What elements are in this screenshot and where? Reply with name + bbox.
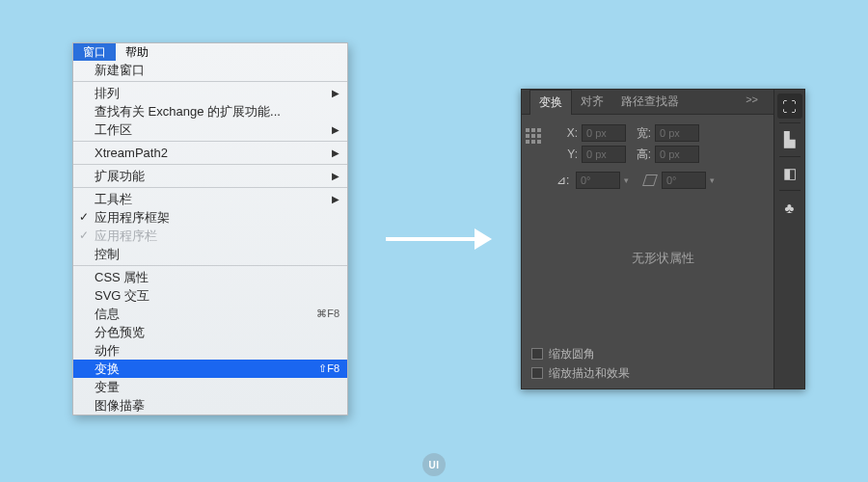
tab-pathfinder[interactable]: 路径查找器: [612, 90, 688, 114]
dock-pathfinder-icon[interactable]: ◧: [777, 161, 802, 186]
cb-scale-strokes[interactable]: 缩放描边和效果: [522, 363, 770, 383]
y-label: Y:: [556, 147, 578, 161]
w-input[interactable]: 0 px: [655, 124, 699, 142]
menu-toolbar[interactable]: 工具栏 ▶: [73, 190, 347, 208]
menu-item-label: 信息: [95, 306, 309, 323]
menu-image-trace[interactable]: 图像描摹: [73, 396, 347, 415]
menu-svg-interact[interactable]: SVG 交互: [73, 286, 347, 305]
no-shape-label: 无形状属性: [528, 250, 799, 267]
menu-bar-help[interactable]: 帮助: [116, 43, 158, 61]
shortcut-label: ⇧F8: [311, 362, 339, 375]
checkbox-icon: [531, 348, 543, 360]
menu-item-label: SVG 交互: [95, 287, 339, 305]
menu-item-label: 工作区: [95, 121, 324, 139]
menu-bar-window[interactable]: 窗口: [73, 43, 116, 61]
menu-item-label: 分色预览: [95, 324, 339, 341]
menu-item-label: 扩展功能: [95, 168, 324, 185]
divider: [779, 156, 800, 157]
divider: [779, 122, 800, 123]
menu-item-label: 动作: [95, 342, 339, 360]
check-icon: ✓: [79, 228, 89, 242]
shear-dropdown-icon[interactable]: ▾: [710, 175, 715, 185]
menu-actions[interactable]: 动作: [73, 341, 347, 360]
row-x-w: X: 0 px 宽: 0 px: [556, 122, 799, 144]
scale-options: 缩放圆角 缩放描边和效果: [522, 344, 770, 383]
dock-symbols-icon[interactable]: ♣: [777, 195, 802, 220]
menu-item-label: 查找有关 Exchange 的扩展功能...: [95, 103, 339, 120]
tab-align[interactable]: 对齐: [572, 90, 612, 114]
menu-variables[interactable]: 变量: [73, 378, 347, 396]
x-input[interactable]: 0 px: [582, 124, 626, 142]
menu-item-label: 工具栏: [95, 191, 324, 208]
dock-align-icon[interactable]: ▙: [777, 127, 802, 152]
submenu-arrow-icon: ▶: [324, 124, 339, 135]
divider: [73, 265, 347, 266]
cb-scale-corners[interactable]: 缩放圆角: [522, 344, 770, 363]
menu-item-label: 应用程序框架: [95, 209, 339, 227]
menu-transform[interactable]: 变换 ⇧F8: [73, 360, 347, 378]
angle-label: ⊿:: [556, 174, 570, 187]
menu-css-props[interactable]: CSS 属性: [73, 268, 347, 286]
shear-icon: [642, 174, 658, 186]
menu-item-label: 图像描摹: [95, 397, 339, 415]
menu-arrange[interactable]: 排列 ▶: [73, 84, 347, 102]
window-menu-dropdown: 窗口 帮助 新建窗口 排列 ▶ 查找有关 Exchange 的扩展功能... 工…: [72, 42, 348, 415]
check-icon: ✓: [79, 210, 89, 224]
cb-label: 缩放描边和效果: [549, 365, 630, 382]
arrow-shaft: [386, 237, 475, 241]
menu-separation-preview[interactable]: 分色预览: [73, 323, 347, 341]
panel-dock: ⛶ ▙ ◧ ♣: [773, 90, 804, 388]
menu-item-label: 控制: [95, 246, 339, 263]
menu-new-window[interactable]: 新建窗口: [73, 61, 347, 79]
menu-item-label: XtreamPath2: [95, 146, 324, 160]
menu-item-label: 新建窗口: [95, 62, 339, 79]
menu-item-label: CSS 属性: [95, 269, 339, 286]
menu-bar: 窗口 帮助: [73, 43, 347, 61]
divider: [779, 190, 800, 191]
transform-panel: 变换 对齐 路径查找器 >> | ≡ X: 0 px 宽: 0 px Y: 0 …: [521, 89, 805, 389]
menu-extensions[interactable]: 扩展功能 ▶: [73, 167, 347, 185]
tab-transform[interactable]: 变换: [529, 90, 572, 115]
arrow-indicator: [386, 229, 492, 249]
h-input[interactable]: 0 px: [655, 146, 699, 163]
dock-artboard-icon[interactable]: ⛶: [777, 94, 802, 119]
menu-app-frame[interactable]: ✓ 应用程序框架: [73, 208, 347, 227]
arrow-head-icon: [475, 228, 492, 250]
divider: [73, 141, 347, 142]
tabs-overflow-icon[interactable]: >>: [746, 94, 758, 105]
angle-input[interactable]: 0°: [576, 172, 620, 189]
shear-input[interactable]: 0°: [662, 172, 706, 189]
y-input[interactable]: 0 px: [582, 146, 626, 163]
menu-workspace[interactable]: 工作区 ▶: [73, 120, 347, 139]
cb-label: 缩放圆角: [549, 346, 595, 362]
transform-form: X: 0 px 宽: 0 px Y: 0 px 高: 0 px ⛓ ⊿: 0° …: [522, 115, 804, 267]
shortcut-label: ⌘F8: [309, 308, 339, 320]
panel-tabs: 变换 对齐 路径查找器 >> | ≡: [522, 90, 804, 115]
menu-item-label: 变量: [95, 379, 339, 396]
menu-find-extensions[interactable]: 查找有关 Exchange 的扩展功能...: [73, 102, 347, 120]
row-y-h: Y: 0 px 高: 0 px: [556, 144, 799, 165]
divider: [73, 81, 347, 82]
submenu-arrow-icon: ▶: [324, 194, 339, 204]
checkbox-icon: [531, 367, 543, 379]
menu-app-bar: ✓ 应用程序栏: [73, 227, 347, 245]
menu-item-label: 应用程序栏: [95, 228, 339, 245]
submenu-arrow-icon: ▶: [324, 171, 339, 181]
angle-dropdown-icon[interactable]: ▾: [624, 175, 629, 185]
divider: [73, 187, 347, 188]
divider: [73, 164, 347, 165]
menu-control[interactable]: 控制: [73, 245, 347, 263]
menu-info[interactable]: 信息 ⌘F8: [73, 305, 347, 323]
row-angle-shear: ⊿: 0° ▾ 0° ▾: [556, 169, 799, 192]
reference-point-picker[interactable]: [526, 128, 543, 146]
w-label: 宽:: [630, 125, 651, 142]
x-label: X:: [556, 126, 578, 140]
submenu-arrow-icon: ▶: [324, 88, 339, 98]
menu-item-label: 变换: [95, 361, 311, 378]
h-label: 高:: [630, 147, 651, 163]
menu-xtreampath[interactable]: XtreamPath2 ▶: [73, 144, 347, 162]
menu-item-label: 排列: [95, 85, 324, 102]
watermark-badge: UI: [422, 453, 446, 476]
submenu-arrow-icon: ▶: [324, 147, 339, 158]
